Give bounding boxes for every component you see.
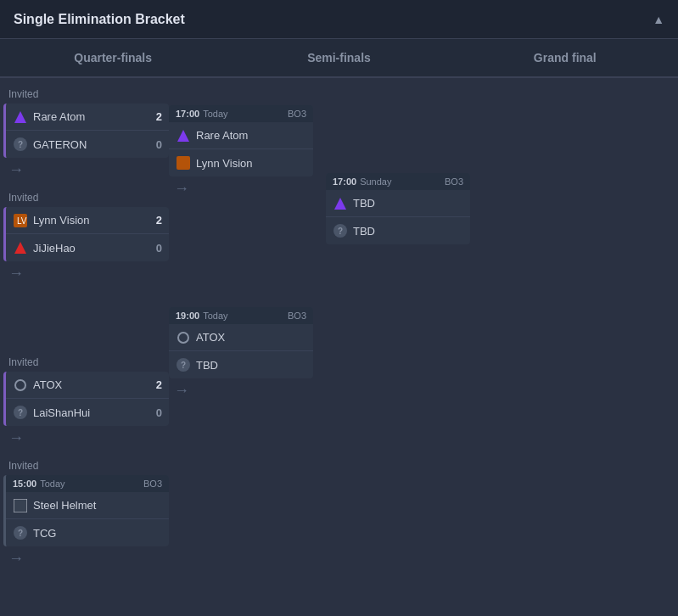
atox-icon-1 <box>13 378 28 393</box>
question-icon-1: ? <box>13 137 28 152</box>
match-card-2: LV Lynn Vision 2 JiJieHao 0 <box>3 207 169 261</box>
team-name: Steel Helmet <box>33 499 162 512</box>
sf-team-name: ATOX <box>196 331 306 344</box>
sf-match-2: 19:00 Today BO3 ATOX ? TBD → <box>169 307 326 399</box>
svg-text:LV: LV <box>17 216 27 226</box>
gf-time: 17:00 <box>333 176 356 187</box>
tab-grand-final[interactable]: Grand final <box>452 39 678 78</box>
team-name: Lynn Vision <box>33 214 156 227</box>
gf-column: 17:00 Sunday BO3 TBD ? TBD <box>326 88 474 248</box>
jijie-icon-1 <box>13 240 28 255</box>
bracket-layout: Invited Rare Atom 2 ? GATERON 0 → <box>0 78 678 584</box>
sf-match-header-1: 17:00 Today BO3 <box>169 105 313 122</box>
section-label-2: Invited <box>3 192 169 204</box>
sf-team-row: ATOX <box>169 324 313 351</box>
qf-section-4: Invited 15:00 Today BO3 Steel Helmet ? <box>3 460 169 567</box>
tab-quarter-finals[interactable]: Quarter-finals <box>0 39 226 78</box>
lynnvision-icon-sf <box>176 155 191 171</box>
match-time: 15:00 <box>13 479 36 489</box>
sf-match-block-2: 19:00 Today BO3 ATOX ? TBD <box>169 307 313 378</box>
qf-column: Invited Rare Atom 2 ? GATERON 0 → <box>3 88 169 574</box>
sf-match-block-1: 17:00 Today BO3 Rare Atom Lynn Vision <box>169 105 313 176</box>
sf-column: 17:00 Today BO3 Rare Atom Lynn Vision <box>169 88 326 424</box>
sf-time-2: 19:00 <box>176 311 199 321</box>
gf-team-row-1: TBD <box>326 190 470 217</box>
match-card-header: 15:00 Today BO3 <box>6 475 169 492</box>
gf-team-name-2: TBD <box>353 225 463 238</box>
match-card-1: Rare Atom 2 ? GATERON 0 <box>3 104 169 158</box>
tbd-icon-gf1 <box>333 196 348 211</box>
sf-team-name: Lynn Vision <box>196 157 306 170</box>
match-day: Today <box>40 479 64 489</box>
rareatom-icon-1 <box>13 109 28 125</box>
sf-time-1: 17:00 <box>176 109 199 119</box>
tabs-bar: Quarter-finals Semi-finals Grand final <box>0 39 678 78</box>
team-score: 0 <box>156 138 162 151</box>
collapse-icon[interactable]: ▲ <box>653 13 664 26</box>
svg-marker-9 <box>334 198 346 210</box>
match-bo: BO3 <box>143 479 162 489</box>
gf-match-block: 17:00 Sunday BO3 TBD ? TBD <box>326 173 470 244</box>
team-score: 2 <box>156 214 162 227</box>
header-title: Single Elimination Bracket <box>14 12 185 27</box>
svg-marker-0 <box>14 111 26 123</box>
gf-team-row-2: ? TBD <box>326 217 470 244</box>
team-row: ? GATERON 0 <box>6 131 169 158</box>
sf-team-name: Rare Atom <box>196 129 306 142</box>
team-name: LaiShanHui <box>33 406 156 419</box>
team-name: Rare Atom <box>33 110 156 123</box>
sf-day-1: Today <box>203 109 227 119</box>
qf-section-1: Invited Rare Atom 2 ? GATERON 0 → <box>3 88 169 178</box>
team-row: ? LaiShanHui 0 <box>6 399 169 426</box>
team-name: ATOX <box>33 378 156 391</box>
qf-section-3: Invited ATOX 2 ? LaiShanHui 0 → <box>3 356 169 446</box>
team-row: ATOX 2 <box>6 372 169 399</box>
team-row: LV Lynn Vision 2 <box>6 207 169 234</box>
team-row: Rare Atom 2 <box>6 104 169 131</box>
section-label-3: Invited <box>3 356 169 368</box>
question-icon-4: ? <box>13 525 28 540</box>
sf-match-header-2: 19:00 Today BO3 <box>169 307 313 324</box>
gf-match-header: 17:00 Sunday BO3 <box>326 173 470 190</box>
header: Single Elimination Bracket ▲ <box>0 0 678 39</box>
connector-1: → <box>3 161 169 178</box>
sf-team-name: TBD <box>196 359 306 372</box>
sf-connector-1: → <box>169 180 326 197</box>
atox-icon-sf <box>176 330 191 345</box>
svg-rect-5 <box>14 499 27 512</box>
tab-semi-finals[interactable]: Semi-finals <box>226 39 451 78</box>
tbd-icon-gf2: ? <box>333 223 348 238</box>
sf-day-2: Today <box>203 311 227 321</box>
svg-marker-3 <box>14 242 26 254</box>
section-label-4: Invited <box>3 460 169 472</box>
sf-match-1: 17:00 Today BO3 Rare Atom Lynn Vision <box>169 105 326 197</box>
team-score: 0 <box>156 406 162 419</box>
sf-team-row: Lynn Vision <box>169 149 313 176</box>
section-label-1: Invited <box>3 88 169 100</box>
gf-bo: BO3 <box>445 176 463 187</box>
svg-point-4 <box>15 380 25 390</box>
match-card-3: ATOX 2 ? LaiShanHui 0 <box>3 372 169 426</box>
gf-team-name-1: TBD <box>353 197 463 210</box>
question-icon-3: ? <box>13 405 28 420</box>
sf-team-row: ? TBD <box>169 351 313 378</box>
team-name: JiJieHao <box>33 242 156 255</box>
connector-3: → <box>3 429 169 446</box>
question-icon-sf2: ? <box>176 357 191 372</box>
sf-connector-2: → <box>169 382 326 399</box>
connector-2: → <box>3 265 169 282</box>
svg-rect-7 <box>177 156 190 170</box>
qf-section-2: Invited LV Lynn Vision 2 JiJieHao 0 <box>3 192 169 282</box>
team-row: JiJieHao 0 <box>6 234 169 261</box>
team-row: Steel Helmet <box>6 492 169 519</box>
team-score: 0 <box>156 242 162 255</box>
sf-bo-2: BO3 <box>288 311 306 321</box>
match-card-4: 15:00 Today BO3 Steel Helmet ? TCG <box>3 475 169 546</box>
sf-team-row: Rare Atom <box>169 122 313 149</box>
gf-day: Sunday <box>360 176 391 187</box>
lynnvision-icon-1: LV <box>13 213 28 228</box>
svg-marker-6 <box>177 130 189 142</box>
steelhelmet-icon <box>13 498 28 513</box>
team-name: GATERON <box>33 138 156 151</box>
team-row: ? TCG <box>6 519 169 546</box>
